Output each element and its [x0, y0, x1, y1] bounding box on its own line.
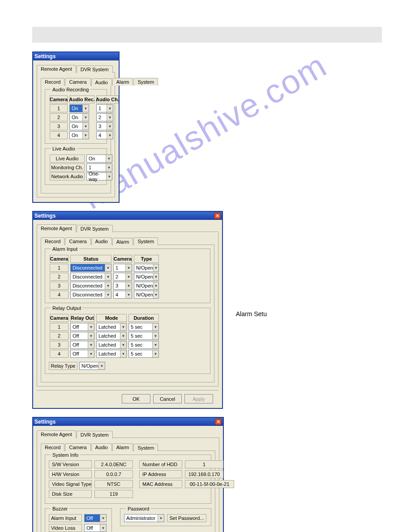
- chevron-down-icon: ▼: [158, 515, 164, 522]
- status-select[interactable]: Disconnected▼: [70, 273, 111, 281]
- close-button[interactable]: ✕: [214, 213, 221, 219]
- tab-remote-agent[interactable]: Remote Agent: [37, 224, 76, 232]
- camera-select[interactable]: 4▼: [113, 291, 132, 299]
- tab-system[interactable]: System: [133, 237, 158, 245]
- monitoring-ch-select[interactable]: 1▼: [86, 163, 112, 172]
- audio-recording-table: CameraAudio Rec.Audio Ch.1On▼1▼2On▼2▼3On…: [49, 95, 120, 140]
- status-select[interactable]: Disconnected▼: [70, 282, 111, 290]
- tab-system[interactable]: System: [133, 78, 158, 86]
- type-select[interactable]: N/Open▼: [134, 291, 159, 299]
- tab-audio[interactable]: Audio: [91, 443, 112, 451]
- tab-camera[interactable]: Camera: [65, 237, 90, 245]
- password-role-select[interactable]: Administrator▼: [124, 514, 164, 522]
- audio-ch-select[interactable]: 2▼: [96, 113, 113, 121]
- camera-select[interactable]: 2▼: [113, 273, 132, 281]
- table-row: 1Off▼Latched▼5 sec▼: [49, 322, 160, 331]
- type-select[interactable]: N/Open▼: [134, 282, 159, 290]
- system-info-fieldset: System Info S/W Version2.4.0.0ENC H/W Ve…: [45, 455, 211, 504]
- col-camera: Camera: [50, 255, 68, 263]
- tab-record[interactable]: Record: [41, 443, 64, 451]
- audio-ch-select[interactable]: 3▼: [96, 122, 113, 130]
- chevron-down-icon: ▼: [125, 273, 132, 280]
- relay-out-select[interactable]: Off▼: [70, 350, 94, 358]
- duration-select[interactable]: 5 sec▼: [128, 341, 159, 349]
- camera-number: 2: [50, 273, 68, 281]
- live-audio-select[interactable]: On▼: [86, 154, 112, 163]
- mode-select[interactable]: Latched▼: [96, 332, 127, 340]
- relay-type-select[interactable]: N/Open▼: [79, 362, 105, 370]
- chevron-down-icon: ▼: [152, 332, 158, 339]
- audio-ch-select[interactable]: 4▼: [96, 131, 113, 139]
- buzzer-select[interactable]: Off▼: [84, 524, 107, 532]
- tab-camera[interactable]: Camera: [65, 443, 90, 451]
- mac-address-label: MAC Address: [139, 480, 182, 488]
- table-row: 1On▼1▼: [49, 104, 120, 113]
- monitoring-ch-label: Monitoring Ch.: [50, 163, 85, 172]
- set-password-button[interactable]: Set Password...: [167, 514, 206, 522]
- cancel-button[interactable]: Cancel: [153, 394, 182, 403]
- tab-remote-agent[interactable]: Remote Agent: [37, 430, 76, 438]
- camera-number: 1: [50, 264, 68, 272]
- titlebar: Settings ✕: [33, 418, 223, 426]
- buzzer-select[interactable]: Off▼: [84, 514, 107, 522]
- status-select[interactable]: Disconnected▼: [70, 291, 111, 299]
- mode-select[interactable]: Latched▼: [96, 323, 127, 331]
- audio-rec-select[interactable]: On▼: [69, 113, 89, 121]
- col-duration: Duration: [128, 314, 159, 322]
- relay-out-select[interactable]: Off▼: [70, 323, 94, 331]
- tab-alarm[interactable]: Alarm: [112, 238, 133, 245]
- camera-number: 4: [50, 350, 68, 358]
- chevron-down-icon: ▼: [107, 114, 113, 121]
- tab-record[interactable]: Record: [41, 78, 64, 86]
- chevron-down-icon: ▼: [88, 341, 94, 348]
- type-select[interactable]: N/Open▼: [134, 273, 159, 281]
- table-row: 3On▼3▼: [49, 122, 120, 131]
- camera-number: 3: [50, 282, 68, 290]
- camera-select[interactable]: 1▼: [113, 264, 132, 272]
- close-button[interactable]: ✕: [215, 419, 222, 425]
- chevron-down-icon: ▼: [152, 323, 158, 330]
- tab-record[interactable]: Record: [41, 237, 64, 245]
- type-select[interactable]: N/Open▼: [134, 264, 159, 272]
- chevron-down-icon: ▼: [100, 524, 106, 532]
- status-select[interactable]: Disconnected▼: [70, 264, 111, 272]
- audio-ch-select[interactable]: 1▼: [96, 104, 113, 112]
- fieldset-legend: Audio Recording: [51, 87, 90, 92]
- tab-alarm[interactable]: Alarm: [112, 443, 133, 451]
- mode-select[interactable]: Latched▼: [96, 350, 127, 358]
- relay-out-select[interactable]: Off▼: [70, 341, 94, 349]
- tab-audio[interactable]: Audio: [91, 78, 112, 86]
- disk-size-label: Disk Size: [49, 490, 92, 498]
- duration-select[interactable]: 5 sec▼: [128, 350, 159, 358]
- audio-rec-select[interactable]: On▼: [69, 122, 89, 130]
- titlebar-text: Settings: [34, 419, 56, 425]
- mode-select[interactable]: Latched▼: [96, 341, 127, 349]
- network-audio-select[interactable]: One-way▼: [86, 172, 112, 180]
- table-row: 3Off▼Latched▼5 sec▼: [49, 340, 160, 349]
- chevron-down-icon: ▼: [82, 105, 89, 112]
- titlebar-text: Settings: [34, 53, 56, 60]
- camera-number: 3: [50, 122, 68, 130]
- chevron-down-icon: ▼: [153, 291, 158, 298]
- audio-rec-select[interactable]: On▼: [69, 104, 89, 112]
- tab-audio[interactable]: Audio: [91, 237, 112, 245]
- tab-remote-agent[interactable]: Remote Agent: [37, 65, 76, 73]
- duration-select[interactable]: 5 sec▼: [128, 332, 159, 340]
- titlebar-text: Settings: [34, 213, 56, 219]
- tab-dvr-system[interactable]: DVR System: [77, 431, 113, 438]
- buzzer-row: Video LossOff▼: [49, 524, 108, 532]
- tab-system[interactable]: System: [133, 444, 158, 451]
- fieldset-legend: Password: [126, 506, 151, 511]
- duration-select[interactable]: 5 sec▼: [128, 323, 159, 331]
- ok-button[interactable]: OK: [122, 394, 150, 403]
- tab-dvr-system[interactable]: DVR System: [77, 225, 113, 232]
- camera-select[interactable]: 3▼: [113, 282, 132, 290]
- chevron-down-icon: ▼: [120, 350, 126, 357]
- tab-alarm[interactable]: Alarm: [112, 78, 133, 86]
- live-audio-fieldset: Live Audio Live Audio On▼ Monitoring Ch.…: [45, 148, 107, 185]
- relay-out-select[interactable]: Off▼: [70, 332, 94, 340]
- tab-camera[interactable]: Camera: [65, 78, 90, 86]
- apply-button[interactable]: Apply: [184, 394, 213, 403]
- audio-rec-select[interactable]: On▼: [69, 131, 89, 139]
- tab-dvr-system[interactable]: DVR System: [77, 65, 113, 73]
